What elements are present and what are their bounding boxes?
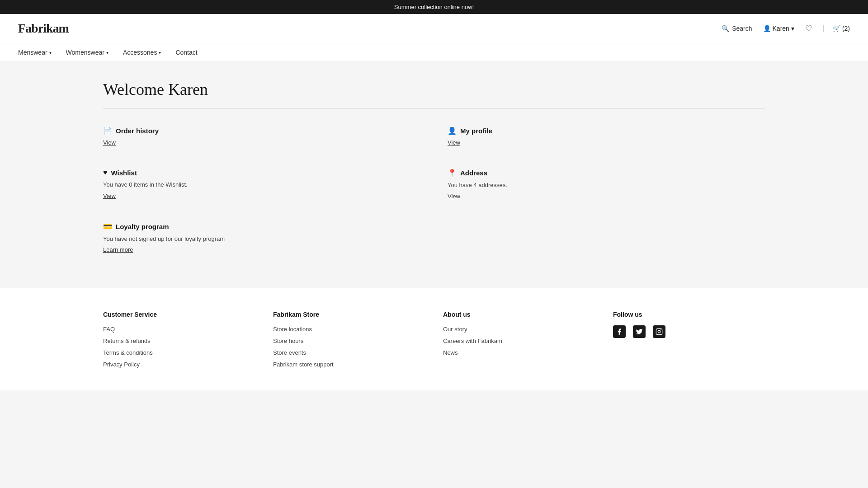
twitter-icon[interactable] [633, 325, 646, 338]
wishlist-button[interactable]: ♡ [805, 23, 812, 33]
footer-link-news[interactable]: News [443, 349, 458, 356]
order-history-label: Order history [116, 127, 159, 135]
svg-point-1 [658, 330, 660, 333]
my-profile-title: 👤 My profile [448, 127, 765, 135]
nav-item-womenswear[interactable]: Womenswear ▾ [66, 49, 108, 56]
my-profile-section: 👤 My profile View [448, 127, 765, 146]
order-history-title: 📄 Order history [103, 127, 420, 135]
address-view-link[interactable]: View [448, 193, 460, 200]
search-label: Search [732, 25, 752, 32]
nav-label-menswear: Menswear [18, 49, 47, 56]
page-title: Welcome Karen [103, 80, 765, 99]
my-profile-label: My profile [460, 127, 492, 135]
loyalty-icon: 💳 [103, 222, 112, 231]
wishlist-title: ♥ Wishlist [103, 169, 420, 177]
cart-icon: 🛒 [833, 25, 840, 32]
footer-link-returns[interactable]: Returns & refunds [103, 338, 151, 344]
divider [103, 108, 765, 108]
nav-link-accessories[interactable]: Accessories ▾ [123, 49, 161, 56]
nav-label-womenswear: Womenswear [66, 49, 104, 56]
nav-link-contact[interactable]: Contact [175, 49, 197, 56]
header: Fabrikam 🔍 Search 👤 Karen ▾ ♡ 🛒 (2) [0, 14, 868, 43]
main-nav: Menswear ▾ Womenswear ▾ Accessories ▾ Co… [0, 43, 868, 62]
footer-link-faq[interactable]: FAQ [103, 326, 115, 333]
footer-link-privacy[interactable]: Privacy Policy [103, 361, 140, 368]
loyalty-label: Loyalty program [116, 223, 169, 230]
loyalty-description: You have not signed up for our loyalty p… [103, 235, 420, 244]
footer-col-customer-service: Customer Service FAQ Returns & refunds T… [103, 311, 255, 372]
main-content: Welcome Karen 📄 Order history View 👤 My … [0, 62, 868, 288]
footer-col-about: About us Our story Careers with Fabrikam… [443, 311, 595, 372]
address-title: 📍 Address [448, 169, 765, 177]
nav-label-contact: Contact [175, 49, 197, 56]
nav-label-accessories: Accessories [123, 49, 157, 56]
nav-link-womenswear[interactable]: Womenswear ▾ [66, 49, 108, 56]
cart-button[interactable]: 🛒 (2) [823, 25, 850, 32]
footer: Customer Service FAQ Returns & refunds T… [0, 288, 868, 390]
footer-heading-store: Fabrikam Store [273, 311, 425, 318]
wishlist-section: ♥ Wishlist You have 0 items in the Wishl… [103, 169, 420, 200]
footer-link-careers[interactable]: Careers with Fabrikam [443, 338, 502, 344]
profile-icon: 👤 [448, 127, 457, 135]
wishlist-label: Wishlist [111, 169, 137, 177]
loyalty-title: 💳 Loyalty program [103, 222, 420, 231]
banner-text: Summer collection online now! [394, 4, 474, 10]
cart-count: (2) [842, 25, 850, 32]
chevron-down-icon: ▾ [791, 25, 794, 32]
address-label: Address [460, 169, 487, 177]
header-right: 🔍 Search 👤 Karen ▾ ♡ 🛒 (2) [722, 23, 850, 33]
order-history-view-link[interactable]: View [103, 139, 116, 146]
svg-point-2 [660, 329, 661, 330]
chevron-down-icon: ▾ [49, 50, 52, 55]
order-history-section: 📄 Order history View [103, 127, 420, 146]
search-button[interactable]: 🔍 Search [722, 25, 752, 32]
social-icons [613, 325, 765, 338]
user-label: Karen [773, 25, 789, 32]
logo[interactable]: Fabrikam [18, 21, 69, 36]
user-icon: 👤 [763, 25, 771, 32]
footer-link-our-story[interactable]: Our story [443, 326, 467, 333]
search-icon: 🔍 [722, 25, 729, 32]
footer-link-store-locations[interactable]: Store locations [273, 326, 312, 333]
address-section: 📍 Address You have 4 addresses. View [448, 169, 765, 200]
footer-heading-about: About us [443, 311, 595, 318]
chevron-down-icon: ▾ [159, 50, 161, 55]
footer-heading-customer-service: Customer Service [103, 311, 255, 318]
svg-rect-0 [656, 328, 662, 334]
footer-col-social: Follow us [613, 311, 765, 372]
chevron-down-icon: ▾ [106, 50, 108, 55]
wishlist-icon: ♥ [103, 169, 108, 177]
nav-item-accessories[interactable]: Accessories ▾ [123, 49, 161, 56]
footer-grid: Customer Service FAQ Returns & refunds T… [103, 311, 765, 372]
footer-col-store: Fabrikam Store Store locations Store hou… [273, 311, 425, 372]
my-profile-view-link[interactable]: View [448, 139, 460, 146]
footer-heading-social: Follow us [613, 311, 765, 318]
heart-icon: ♡ [805, 24, 812, 33]
address-icon: 📍 [448, 169, 457, 177]
nav-item-contact[interactable]: Contact [175, 49, 197, 56]
loyalty-section: 💳 Loyalty program You have not signed up… [103, 222, 420, 253]
nav-link-menswear[interactable]: Menswear ▾ [18, 49, 52, 56]
top-banner: Summer collection online now! [0, 0, 868, 14]
nav-item-menswear[interactable]: Menswear ▾ [18, 49, 52, 56]
footer-link-store-hours[interactable]: Store hours [273, 338, 303, 344]
address-description: You have 4 addresses. [448, 181, 765, 190]
footer-link-store-support[interactable]: Fabrikam store support [273, 361, 334, 368]
footer-link-terms[interactable]: Terms & conditions [103, 349, 153, 356]
loyalty-learn-more-link[interactable]: Learn more [103, 246, 133, 253]
wishlist-view-link[interactable]: View [103, 192, 116, 199]
user-menu[interactable]: 👤 Karen ▾ [763, 25, 794, 32]
facebook-icon[interactable] [613, 325, 626, 338]
account-grid: 📄 Order history View 👤 My profile View ♥… [103, 127, 765, 258]
order-history-icon: 📄 [103, 127, 112, 135]
wishlist-description: You have 0 items in the Wishlist. [103, 180, 420, 189]
footer-link-store-events[interactable]: Store events [273, 349, 306, 356]
instagram-icon[interactable] [653, 325, 665, 338]
